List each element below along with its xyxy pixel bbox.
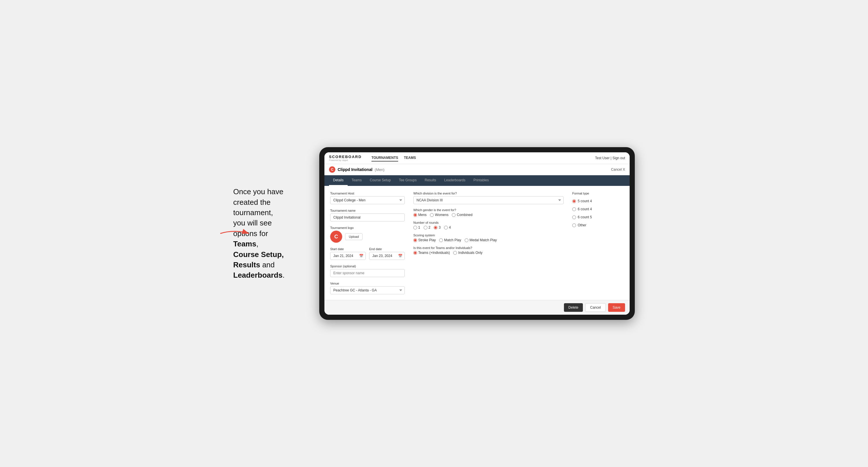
scoring-radio-group: Stroke Play Match Play Medal Match Play [413,238,564,242]
gender-womens-label: Womens [435,213,448,217]
end-date-label: End date [369,247,405,251]
teams-plus-label: Teams (+Individuals) [418,251,450,255]
rounds-1-label: 1 [418,225,420,229]
division-label: Which division is the event for? [413,192,564,195]
teams-field: Is this event for Teams and/or Individua… [413,246,564,255]
delete-button[interactable]: Delete [564,303,583,312]
scoring-match-label: Match Play [444,238,461,242]
gender-field: Which gender is the event for? Mens Wome… [413,208,564,217]
gender-radio-group: Mens Womens Combined [413,213,564,217]
format-other-radio[interactable] [572,223,576,227]
teams-plus-radio[interactable] [413,251,417,255]
tournament-name-field: Tournament name [330,209,405,221]
rounds-3-label: 3 [439,225,441,229]
individuals-only-radio[interactable] [453,251,457,255]
gender-mens-label: Mens [418,213,427,217]
rounds-2[interactable]: 2 [424,225,431,229]
rounds-4[interactable]: 4 [444,225,451,229]
format-6count4-label: 6 count 4 [578,207,592,211]
tab-results[interactable]: Results [421,175,440,186]
logo-area: SCOREBOARD Powered by clippd [329,155,362,161]
middle-column: Which division is the event for? NCAA Di… [413,192,564,294]
nav-tournaments[interactable]: TOURNAMENTS [371,155,398,161]
scoring-match[interactable]: Match Play [439,238,461,242]
rounds-4-radio[interactable] [444,226,448,229]
nav-user[interactable]: Test User | Sign out [595,156,625,160]
scoring-match-radio[interactable] [439,238,443,242]
left-column: Tournament Host Clippd College - Men Tou… [330,192,405,294]
scoring-stroke[interactable]: Stroke Play [413,238,436,242]
save-button[interactable]: Save [608,303,625,312]
intro-bold-teams: Teams [233,240,256,248]
tab-tee-groups[interactable]: Tee Groups [395,175,421,186]
teams-radio-group: Teams (+Individuals) Individuals Only [413,251,564,255]
tournament-host-select[interactable]: Clippd College - Men [330,196,405,204]
gender-combined-label: Combined [457,213,472,217]
rounds-2-radio[interactable] [424,226,427,229]
format-6count5-radio[interactable] [572,215,576,219]
start-date-label: Start date [330,247,366,251]
scoring-medal-label: Medal Match Play [470,238,497,242]
cancel-button[interactable]: Cancel [585,303,606,312]
format-6count5[interactable]: 6 count 5 [572,215,624,219]
rounds-1[interactable]: 1 [413,225,420,229]
teams-plus-individuals[interactable]: Teams (+Individuals) [413,251,450,255]
individuals-only[interactable]: Individuals Only [453,251,483,255]
intro-bold-results: Results [233,260,260,269]
tournament-icon: C [329,166,335,173]
gender-mens-radio[interactable] [413,213,417,217]
format-5count4[interactable]: 5 count 4 [572,199,624,203]
rounds-field: Number of rounds 1 2 [413,221,564,229]
sponsor-input[interactable] [330,269,405,277]
tournament-type: (Men) [375,167,384,172]
rounds-3-radio[interactable] [434,226,437,229]
tablet-device: SCOREBOARD Powered by clippd TOURNAMENTS… [319,147,635,320]
venue-select[interactable]: Peachtree GC - Atlanta - GA [330,286,405,294]
gender-womens-radio[interactable] [430,213,434,217]
calendar-icon-end: 📅 [398,254,402,258]
rounds-2-label: 2 [429,225,431,229]
tab-printables[interactable]: Printables [470,175,493,186]
format-other[interactable]: Other [572,223,624,227]
rounds-3[interactable]: 3 [434,225,441,229]
gender-womens[interactable]: Womens [430,213,448,217]
scoring-medal-radio[interactable] [465,238,468,242]
tournament-logo-label: Tournament logo [330,226,405,229]
gender-mens[interactable]: Mens [413,213,427,217]
tab-leaderboards[interactable]: Leaderboards [440,175,469,186]
format-5count4-label: 5 count 4 [578,199,592,203]
intro-bold-course: Course Setup, [233,250,284,259]
format-6count4-radio[interactable] [572,208,576,211]
right-column: Format type 5 count 4 6 count 4 6 count … [572,192,624,294]
breadcrumb: C Clippd Invitational (Men) [329,166,384,173]
nav-teams[interactable]: TEAMS [404,155,416,161]
gender-combined[interactable]: Combined [452,213,472,217]
tournament-host-label: Tournament Host [330,192,405,195]
start-date-field: Start date 📅 [330,247,366,260]
tab-course-setup[interactable]: Course Setup [366,175,395,186]
upload-button[interactable]: Upload [345,233,363,240]
top-navigation: SCOREBOARD Powered by clippd TOURNAMENTS… [324,152,630,164]
tournament-name: Clippd Invitational [338,167,372,172]
main-content: Tournament Host Clippd College - Men Tou… [324,186,630,300]
scoring-stroke-radio[interactable] [413,238,417,242]
format-5count4-radio[interactable] [572,199,576,203]
format-type-label: Format type [572,192,624,195]
rounds-4-label: 4 [449,225,451,229]
tab-teams[interactable]: Teams [348,175,366,186]
tab-details[interactable]: Details [329,175,348,186]
tournament-name-input[interactable] [330,213,405,221]
cancel-top-button[interactable]: Cancel X [611,167,625,172]
individuals-only-label: Individuals Only [458,251,483,255]
gender-combined-radio[interactable] [452,213,456,217]
intro-text: Once you havecreated thetournament,you w… [233,186,308,281]
teams-label: Is this event for Teams and/or Individua… [413,246,564,250]
gender-label: Which gender is the event for? [413,208,564,212]
scoring-medal-match[interactable]: Medal Match Play [465,238,497,242]
division-select[interactable]: NCAA Division III [413,196,564,204]
format-6count4[interactable]: 6 count 4 [572,207,624,211]
rounds-1-radio[interactable] [413,226,417,229]
format-other-label: Other [578,223,586,227]
sponsor-label: Sponsor (optional) [330,264,405,268]
intro-bold-leaderboards: Leaderboards [233,271,283,279]
